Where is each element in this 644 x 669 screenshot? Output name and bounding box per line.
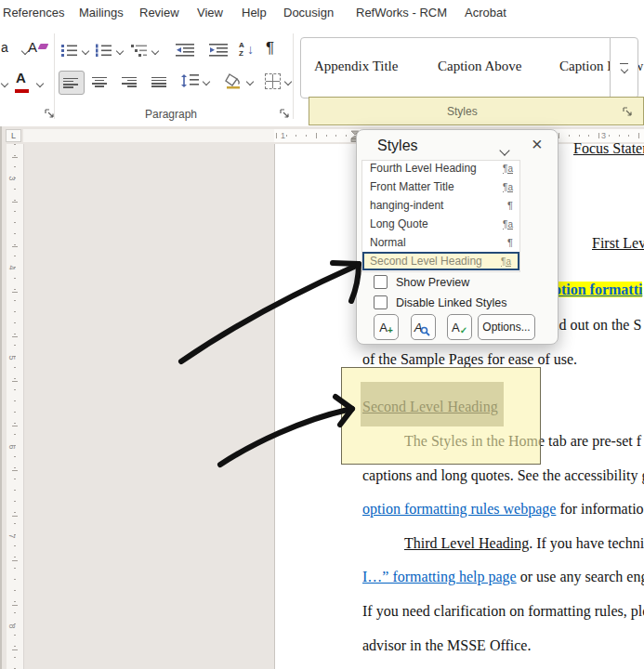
style-item-label: Front Matter Title xyxy=(370,180,454,193)
show-preview-checkbox[interactable] xyxy=(374,275,388,289)
window-edge xyxy=(0,126,2,669)
doc-line-laid-out: id out on the S xyxy=(555,317,641,334)
doc-line-option-link: option formatting rules webpage for info… xyxy=(362,501,644,518)
style-item-second-level-selected[interactable]: Second Level Heading ¶a xyxy=(362,252,519,270)
sort-z-glyph: Z xyxy=(239,49,243,58)
plus-icon: + xyxy=(388,325,393,335)
tab-docusign[interactable]: Docusign xyxy=(283,6,334,20)
tab-mailings[interactable]: Mailings xyxy=(79,6,124,20)
borders-chevron-icon[interactable] xyxy=(284,78,292,85)
linked-style-icon: ¶a xyxy=(503,182,513,192)
shading-icon[interactable] xyxy=(225,72,243,89)
new-style-button[interactable]: A + xyxy=(374,314,399,340)
option-formatting-link[interactable]: option formatting rules webpage xyxy=(362,501,556,517)
styles-pane: Styles × Fourth Level Heading ¶a Front M… xyxy=(356,129,559,345)
style-inspector-button[interactable]: A xyxy=(411,314,436,340)
gallery-item-caption-above[interactable]: Caption Above xyxy=(438,59,521,74)
show-hide-pilcrow-icon[interactable]: ¶ xyxy=(266,39,274,58)
ruler-number: 3 xyxy=(601,131,606,140)
styles-list: Fourth Level Heading ¶a Front Matter Tit… xyxy=(361,160,520,272)
disable-linked-checkbox-row: Disable Linked Styles xyxy=(374,295,507,309)
style-item-label: Long Quote xyxy=(370,217,428,230)
doc-line-sample-pages: of the Sample Pages for ease of use. xyxy=(362,351,577,368)
align-center-icon[interactable] xyxy=(92,75,107,88)
font-effects-chevron-icon[interactable] xyxy=(1,80,8,87)
style-item-hanging-indent[interactable]: hanging-indent ¶ xyxy=(362,196,519,215)
font-color-chevron-icon[interactable] xyxy=(36,80,44,87)
numbering-icon[interactable] xyxy=(96,44,112,57)
doc-heading-first-level: First Leve xyxy=(592,235,644,252)
tab-view[interactable]: View xyxy=(197,6,223,20)
disable-linked-label: Disable Linked Styles xyxy=(396,296,507,309)
shading-chevron-icon[interactable] xyxy=(246,78,254,85)
multilevel-list-icon[interactable] xyxy=(131,44,148,57)
disable-linked-checkbox[interactable] xyxy=(374,295,388,309)
tab-references[interactable]: References xyxy=(3,6,64,20)
style-item-long-quote[interactable]: Long Quote ¶a xyxy=(362,215,519,233)
doc-line-advisor: advisor in the MSSE Office. xyxy=(362,637,531,654)
multilevel-chevron-icon[interactable] xyxy=(151,47,159,55)
style-item-label: Fourth Level Heading xyxy=(370,162,477,175)
styles-pane-title: Styles xyxy=(377,138,418,154)
tab-review[interactable]: Review xyxy=(139,6,179,20)
change-case-icon[interactable]: a xyxy=(1,40,8,55)
manage-letter: A xyxy=(452,321,460,334)
align-left-button-selected[interactable] xyxy=(59,71,85,95)
group-separator xyxy=(293,33,294,119)
styles-dialog-launcher-icon[interactable] xyxy=(622,106,633,117)
numbering-chevron-icon[interactable] xyxy=(116,47,124,55)
ruler-number: 7 xyxy=(7,533,17,538)
formatting-help-link[interactable]: I…” formatting help page xyxy=(362,569,517,584)
sort-a-glyph: A xyxy=(239,41,244,49)
ruler-ticks xyxy=(12,157,18,669)
style-item-label: Second Level Heading xyxy=(370,255,482,268)
clear-formatting-icon[interactable]: A xyxy=(28,39,37,55)
borders-icon[interactable] xyxy=(265,73,281,89)
style-item-fourth-level[interactable]: Fourth Level Heading ¶a xyxy=(362,160,519,177)
group-separator xyxy=(54,33,55,119)
ruler-number: 6 xyxy=(7,444,17,449)
tab-acrobat[interactable]: Acrobat xyxy=(465,6,506,20)
linked-style-icon: ¶a xyxy=(503,164,513,174)
third-level-heading-text: Third Level Heading xyxy=(404,535,529,551)
font-color-icon[interactable]: A xyxy=(16,70,26,85)
styles-gallery: Appendix Title Caption Above Caption Bel… xyxy=(300,37,611,98)
line-spacing-chevron-icon[interactable] xyxy=(203,78,210,85)
pane-close-icon[interactable]: × xyxy=(532,135,543,153)
clear-formatting-eraser-icon xyxy=(38,44,49,49)
doc-line-help-link: I…” formatting help page or use any sear… xyxy=(362,569,644,585)
style-item-normal[interactable]: Normal ¶ xyxy=(362,233,519,252)
vertical-ruler: 3 4 5 6 7 8 xyxy=(7,144,24,669)
gallery-more-bar-icon xyxy=(620,63,628,65)
increase-indent-icon[interactable] xyxy=(209,44,228,57)
pane-chevron-down-icon[interactable] xyxy=(501,141,512,152)
gallery-item-appendix-title[interactable]: Appendix Title xyxy=(314,59,398,74)
styles-group-label: Styles xyxy=(447,105,478,118)
decrease-indent-icon[interactable] xyxy=(176,44,194,57)
justify-icon[interactable] xyxy=(151,75,166,88)
paragraph-dialog-launcher-icon[interactable] xyxy=(279,108,290,119)
sort-icon[interactable]: A Z ↓ xyxy=(239,41,257,59)
styles-group-bar: Styles xyxy=(309,97,644,125)
line-spacing-icon[interactable] xyxy=(180,73,199,88)
align-right-icon[interactable] xyxy=(122,75,137,88)
ruler-number: 1 xyxy=(281,131,285,140)
gallery-more-button[interactable] xyxy=(610,37,638,98)
show-preview-checkbox-row: Show Preview xyxy=(374,275,469,289)
word-window: References Mailings Review View Help Doc… xyxy=(0,0,644,669)
doc-line-clarification: If you need clarification on formatting … xyxy=(362,603,644,620)
tab-help[interactable]: Help xyxy=(242,6,267,20)
doc-line-highlighted-link: ption formatti xyxy=(553,282,642,298)
doc-heading-focus-statement: Focus Statem xyxy=(573,140,644,157)
highlighted-link-text[interactable]: ption formatti xyxy=(553,282,642,297)
tab-stop-selector[interactable]: L xyxy=(6,129,21,142)
tab-refworks[interactable]: RefWorks - RCM xyxy=(356,6,447,20)
check-icon: ✓ xyxy=(460,325,467,335)
bullets-chevron-icon[interactable] xyxy=(82,47,89,55)
style-item-front-matter[interactable]: Front Matter Title ¶a xyxy=(362,177,519,196)
ruler-number: 8 xyxy=(7,623,17,628)
options-button[interactable]: Options... xyxy=(478,314,535,340)
manage-styles-button[interactable]: A ✓ xyxy=(447,314,472,340)
bullets-icon[interactable] xyxy=(61,44,78,57)
style-item-label: Normal xyxy=(370,236,406,249)
